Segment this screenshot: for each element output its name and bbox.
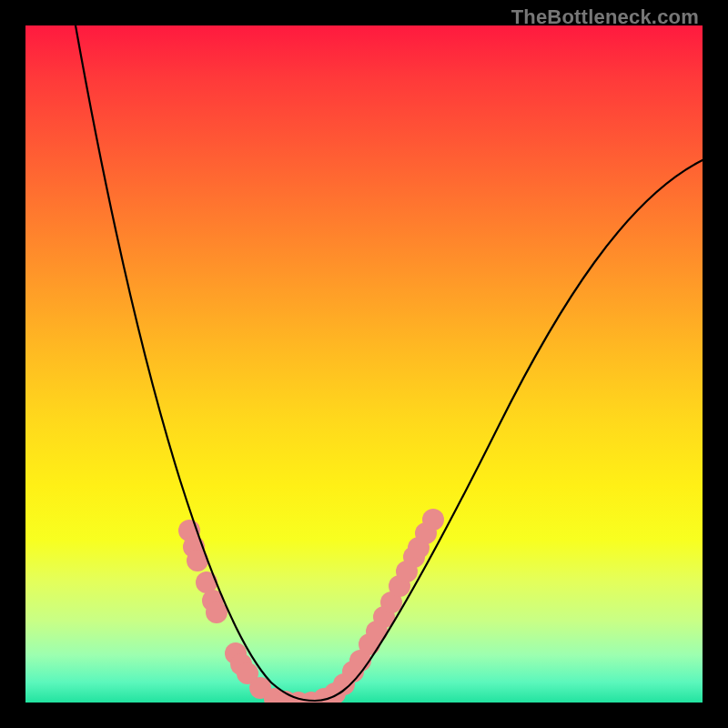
data-marker — [422, 509, 444, 531]
plot-area — [25, 25, 703, 703]
chart-svg — [25, 25, 703, 703]
data-marker — [206, 602, 228, 623]
chart-container: TheBottleneck.com — [0, 0, 728, 728]
